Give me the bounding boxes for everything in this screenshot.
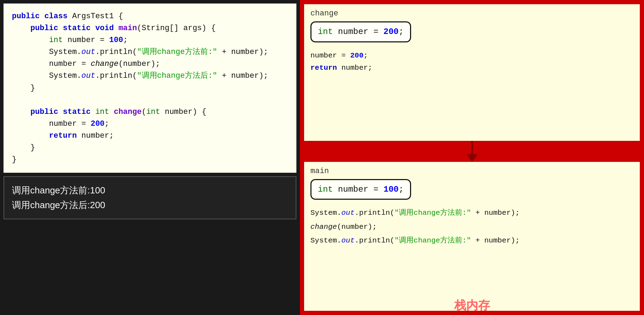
console-line-1: 调用change方法前:100 [12, 183, 288, 198]
main-frame-label: main [310, 167, 633, 176]
main-code-line4: System.out.println("调用change方法前:" + numb… [310, 234, 633, 247]
code-line-10: number = 200; [12, 118, 288, 130]
change-frame: change int number = 200; number = 200; r… [304, 4, 640, 141]
code-line-1: public class ArgsTest1 { [12, 11, 288, 22]
code-line-11: return number; [12, 130, 288, 142]
code-line-5: number = change(number); [12, 58, 288, 70]
code-line-2: public static void main(String[] args) { [12, 22, 288, 34]
code-line-8 [12, 94, 288, 106]
code-line-9: public static int change(int number) { [12, 106, 288, 118]
change-code-line2: number = 200; [310, 49, 633, 62]
change-code-line3: return number; [310, 62, 633, 74]
code-line-7: } [12, 82, 288, 94]
main-var-line: int number = 100; [318, 184, 404, 196]
down-arrow-icon [465, 141, 479, 162]
main-code-line3: change(number); [310, 221, 633, 233]
change-var-box: int number = 200; [310, 21, 411, 42]
code-editor: public class ArgsTest1 { public static v… [4, 4, 296, 173]
svg-marker-3 [467, 154, 478, 162]
left-panel: public class ArgsTest1 { public static v… [0, 0, 300, 315]
code-line-13: } [12, 154, 288, 166]
main-frame: main int number = 100; System.out.printl… [304, 162, 640, 311]
code-line-12: } [12, 142, 288, 154]
code-line-4: System.out.println("调用change方法前:" + numb… [12, 46, 288, 58]
code-line-3: int number = 100; [12, 34, 288, 46]
stack-memory-label: 栈内存 [300, 297, 644, 314]
change-frame-label: change [310, 9, 633, 18]
right-panel: change int number = 200; number = 200; r… [300, 0, 644, 315]
console-area: 调用change方法前:100 调用change方法后:200 [4, 176, 296, 219]
console-line-2: 调用change方法后:200 [12, 198, 288, 213]
change-var-line: int number = 200; [318, 26, 404, 38]
main-var-box: int number = 100; [310, 179, 411, 200]
code-line-6: System.out.println("调用change方法后:" + numb… [12, 70, 288, 82]
main-code-line2: System.out.println("调用change方法前:" + numb… [310, 207, 633, 219]
arrow-container [304, 141, 640, 162]
